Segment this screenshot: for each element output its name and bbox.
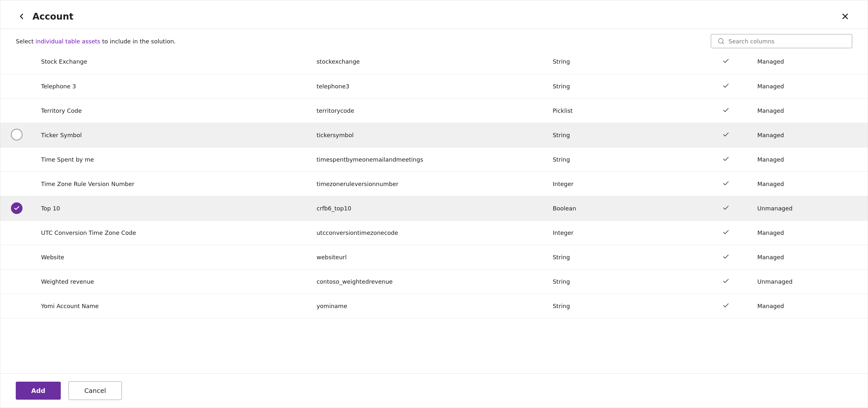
row-checkbox-cell[interactable] (0, 172, 33, 196)
row-checkmark (703, 74, 750, 98)
table-row[interactable]: Top 10crfb6_top10BooleanUnmanaged (0, 196, 868, 220)
row-display-name: Top 10 (33, 196, 309, 220)
row-type: String (545, 49, 703, 74)
checkbox-unchecked[interactable] (11, 129, 23, 140)
row-checkmark (703, 49, 750, 74)
row-managed-status: Managed (750, 172, 868, 196)
row-type: Picklist (545, 98, 703, 123)
row-managed-status: Managed (750, 123, 868, 147)
row-display-name: Weighted revenue (33, 269, 309, 294)
row-type: String (545, 74, 703, 98)
dialog: Account Select individual table assets t… (0, 0, 868, 408)
checkmark-icon (722, 58, 730, 65)
checkbox-checked[interactable] (11, 202, 23, 214)
table-row[interactable]: Territory CodeterritorycodePicklistManag… (0, 98, 868, 123)
checkmark-icon (722, 302, 730, 309)
row-managed-status: Unmanaged (750, 196, 868, 220)
row-checkmark (703, 245, 750, 269)
row-display-name: Telephone 3 (33, 74, 309, 98)
row-logical-name: contoso_weightedrevenue (309, 269, 545, 294)
row-logical-name: timezoneruleversionnumber (309, 172, 545, 196)
dialog-subtitle: Select individual table assets to includ… (16, 38, 176, 45)
row-managed-status: Managed (750, 74, 868, 98)
row-checkbox-cell[interactable] (0, 245, 33, 269)
search-input[interactable] (728, 38, 845, 45)
checkmark-icon (722, 278, 730, 285)
row-checkmark (703, 269, 750, 294)
row-managed-status: Unmanaged (750, 269, 868, 294)
row-checkbox-cell[interactable] (0, 123, 33, 147)
header-left: Account (16, 10, 73, 22)
row-display-name: Territory Code (33, 98, 309, 123)
checkmark-icon (722, 180, 730, 187)
columns-table: Stock ExchangestockexchangeStringManaged… (0, 49, 868, 318)
row-display-name: Ticker Symbol (33, 123, 309, 147)
row-type: Boolean (545, 196, 703, 220)
row-display-name: Stock Exchange (33, 49, 309, 74)
search-icon (717, 38, 724, 45)
checkmark-icon (722, 253, 730, 260)
dialog-footer: Add Cancel (0, 373, 868, 408)
row-managed-status: Managed (750, 147, 868, 172)
row-type: String (545, 123, 703, 147)
row-managed-status: Managed (750, 49, 868, 74)
row-checkbox-cell[interactable] (0, 98, 33, 123)
row-managed-status: Managed (750, 220, 868, 245)
row-display-name: Time Spent by me (33, 147, 309, 172)
row-type: String (545, 147, 703, 172)
row-display-name: Time Zone Rule Version Number (33, 172, 309, 196)
row-display-name: Website (33, 245, 309, 269)
row-managed-status: Managed (750, 294, 868, 318)
row-managed-status: Managed (750, 98, 868, 123)
row-checkbox-cell[interactable] (0, 196, 33, 220)
table-row[interactable]: Telephone 3telephone3StringManaged (0, 74, 868, 98)
row-checkbox-cell[interactable] (0, 49, 33, 74)
row-checkbox-cell[interactable] (0, 74, 33, 98)
row-checkbox-cell[interactable] (0, 269, 33, 294)
row-checkmark (703, 196, 750, 220)
close-button[interactable] (838, 9, 852, 24)
row-display-name: UTC Conversion Time Zone Code (33, 220, 309, 245)
row-checkmark (703, 294, 750, 318)
checkmark-icon (722, 204, 730, 211)
row-logical-name: territorycode (309, 98, 545, 123)
checkmark-icon (722, 107, 730, 114)
row-logical-name: telephone3 (309, 74, 545, 98)
row-logical-name: websiteurl (309, 245, 545, 269)
row-logical-name: tickersymbol (309, 123, 545, 147)
search-box (711, 34, 852, 48)
table-container: Stock ExchangestockexchangeStringManaged… (0, 49, 868, 373)
subtitle-highlight: individual table assets (35, 38, 100, 45)
dialog-header: Account (0, 0, 868, 29)
checkmark-icon (722, 156, 730, 163)
table-row[interactable]: Ticker SymboltickersymbolStringManaged (0, 123, 868, 147)
table-row[interactable]: Yomi Account NameyominameStringManaged (0, 294, 868, 318)
checkmark-icon (722, 229, 730, 236)
checkmark-icon (722, 131, 730, 138)
row-checkbox-cell[interactable] (0, 147, 33, 172)
table-row[interactable]: Weighted revenuecontoso_weightedrevenueS… (0, 269, 868, 294)
table-row[interactable]: Time Spent by metimespentbymeonemailandm… (0, 147, 868, 172)
row-checkmark (703, 172, 750, 196)
row-logical-name: crfb6_top10 (309, 196, 545, 220)
row-type: Integer (545, 172, 703, 196)
row-type: String (545, 269, 703, 294)
table-row[interactable]: WebsitewebsiteurlStringManaged (0, 245, 868, 269)
row-logical-name: utcconversiontimezonecode (309, 220, 545, 245)
cancel-button[interactable]: Cancel (68, 381, 122, 400)
add-button[interactable]: Add (16, 382, 61, 400)
row-checkbox-cell[interactable] (0, 294, 33, 318)
table-row[interactable]: Stock ExchangestockexchangeStringManaged (0, 49, 868, 74)
back-button[interactable] (16, 10, 27, 22)
table-row[interactable]: UTC Conversion Time Zone Codeutcconversi… (0, 220, 868, 245)
row-checkmark (703, 123, 750, 147)
row-managed-status: Managed (750, 245, 868, 269)
table-row[interactable]: Time Zone Rule Version Numbertimezonerul… (0, 172, 868, 196)
row-display-name: Yomi Account Name (33, 294, 309, 318)
row-checkmark (703, 220, 750, 245)
row-checkbox-cell[interactable] (0, 220, 33, 245)
row-type: String (545, 294, 703, 318)
dialog-title: Account (32, 11, 73, 22)
row-type: String (545, 245, 703, 269)
svg-line-3 (722, 42, 724, 44)
